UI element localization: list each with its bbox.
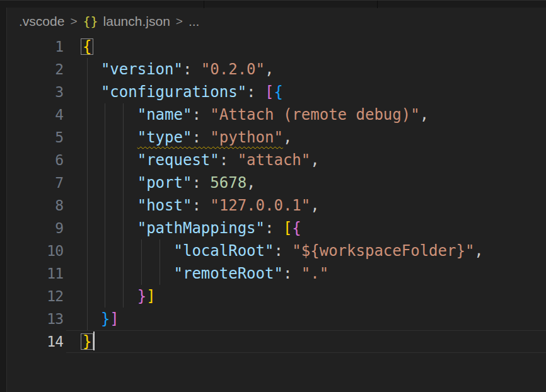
line-content: "remoteRoot": "." [83, 262, 328, 285]
line-number[interactable]: 10 [7, 239, 63, 262]
line-content: "name": "Attach (remote debug)", [83, 103, 429, 126]
line-content: "type": "python", [83, 126, 292, 149]
indent-guide [160, 262, 160, 285]
code-token: 5678 [210, 174, 247, 192]
line-number[interactable]: 13 [7, 308, 63, 330]
sidebar-edge [0, 8, 7, 392]
code-line[interactable]: 11 "remoteRoot": "." [7, 262, 546, 285]
line-number[interactable]: 6 [7, 149, 63, 171]
breadcrumb: .vscode > {} launch.json > ... [7, 8, 546, 35]
line-number[interactable]: 11 [7, 262, 63, 285]
indent-guide [123, 285, 124, 308]
indent-guide [123, 103, 124, 126]
code-editor[interactable]: 1{2 "version": "0.2.0",3 "configurations… [7, 35, 546, 392]
line-number[interactable]: 3 [7, 81, 63, 103]
indent-guide [123, 217, 124, 239]
code-line[interactable]: 2 "version": "0.2.0", [7, 58, 546, 81]
code-token: "configurations" [101, 83, 247, 101]
line-number[interactable]: 4 [7, 103, 63, 126]
tab-bar-strip [0, 0, 546, 8]
code-line[interactable]: 12 }] [7, 285, 546, 308]
code-token: [ [283, 219, 292, 237]
code-token: "name" [137, 106, 192, 124]
code-token: ] [110, 310, 119, 328]
line-content: { [83, 35, 91, 58]
indent-guide [105, 262, 105, 285]
line-content: "host": "127.0.0.1", [83, 194, 320, 217]
line-content: }] [83, 285, 156, 308]
code-token: { [274, 83, 282, 101]
code-token: : [283, 265, 301, 282]
code-token: : [192, 106, 210, 124]
line-content: "port": 5678, [83, 171, 256, 194]
code-token: "type" [137, 129, 192, 146]
line-number[interactable]: 1 [7, 35, 63, 58]
code-token: "." [301, 265, 328, 282]
breadcrumb-symbol[interactable]: ... [189, 14, 200, 29]
code-token: : [192, 197, 210, 214]
code-line[interactable]: 10 "localRoot": "${workspaceFolder}", [7, 239, 546, 262]
line-number[interactable]: 2 [7, 58, 63, 81]
matched-bracket: } [83, 333, 91, 350]
code-token: "version" [101, 61, 183, 78]
code-token: "host" [137, 197, 192, 214]
code-line[interactable]: 9 "pathMappings": [{ [7, 217, 546, 239]
json-file-icon: {} [83, 14, 98, 29]
indent-guide [87, 81, 88, 103]
line-number[interactable]: 5 [7, 126, 63, 149]
code-token: : [192, 174, 210, 192]
code-token: , [265, 61, 274, 78]
code-line[interactable]: 5 "type": "python", [7, 126, 546, 149]
code-line[interactable]: 14} [7, 330, 546, 353]
indent-guide [123, 194, 124, 217]
indent-guide [105, 103, 105, 126]
indent-guide [87, 103, 88, 126]
code-token: : [183, 61, 201, 78]
code-token: "remoteRoot" [174, 265, 283, 282]
code-token: ] [146, 287, 155, 305]
code-token: "Attach (remote debug)" [210, 106, 419, 124]
code-token: } [137, 287, 146, 305]
line-content: "configurations": [{ [83, 81, 283, 103]
code-token: , [283, 129, 292, 146]
code-token: : [219, 151, 238, 169]
code-line[interactable]: 4 "name": "Attach (remote debug)", [7, 103, 546, 126]
line-number[interactable]: 12 [7, 285, 63, 308]
line-number[interactable]: 14 [7, 330, 63, 353]
code-line[interactable]: 3 "configurations": [{ [7, 81, 546, 103]
indent-guide [105, 217, 105, 239]
line-number[interactable]: 9 [7, 217, 63, 239]
code-line[interactable]: 13 }] [7, 308, 546, 330]
code-token: , [310, 151, 319, 169]
indent-guide [87, 171, 88, 194]
indent-guide [105, 194, 105, 217]
code-line[interactable]: 8 "host": "127.0.0.1", [7, 194, 546, 217]
indent-guide [141, 239, 142, 262]
indent-guide [87, 126, 88, 149]
line-content: "pathMappings": [{ [83, 217, 301, 239]
breadcrumb-folder[interactable]: .vscode [19, 14, 64, 29]
code-token: , [474, 242, 483, 260]
indent-guide [105, 149, 105, 171]
code-line[interactable]: 6 "request": "attach", [7, 149, 546, 171]
code-token: "request" [137, 151, 219, 169]
indent-guide [87, 217, 88, 239]
matched-bracket: { [83, 38, 91, 55]
indent-guide [123, 262, 124, 285]
code-token: "0.2.0" [201, 61, 265, 78]
chevron-right-icon: > [70, 14, 77, 28]
line-content: "localRoot": "${workspaceFolder}", [83, 239, 484, 262]
code-token: : [274, 242, 292, 260]
code-line[interactable]: 7 "port": 5678, [7, 171, 546, 194]
indent-guide [160, 239, 160, 262]
indent-guide [87, 149, 88, 171]
code-token: "port" [137, 174, 192, 192]
breadcrumb-file[interactable]: launch.json [103, 14, 170, 29]
code-token: , [420, 106, 429, 124]
indent-guide [87, 239, 88, 262]
line-number[interactable]: 8 [7, 194, 63, 217]
line-number[interactable]: 7 [7, 171, 63, 194]
code-line[interactable]: 1{ [7, 35, 546, 58]
indent-guide [87, 308, 88, 330]
indent-guide [105, 285, 105, 308]
